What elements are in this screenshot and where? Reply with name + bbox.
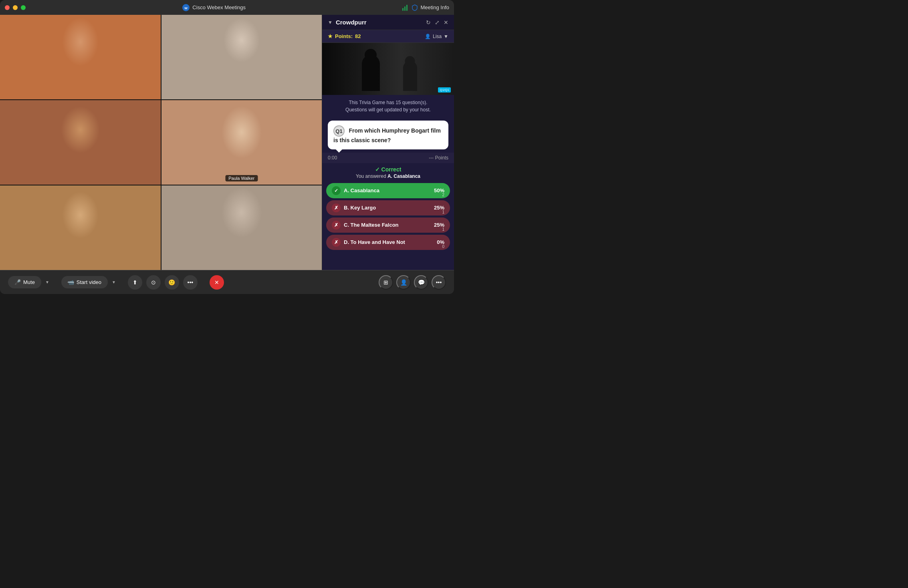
mute-icon: 🎤 — [14, 279, 21, 285]
meeting-info-button[interactable]: Meeting Info — [402, 4, 449, 11]
correct-section: Correct You answered A. Casablanca — [322, 163, 454, 181]
movie-scene: Q1/Q1 — [322, 43, 454, 95]
answer-count-c: 1 — [442, 227, 444, 232]
question-text: From which Humphrey Bogart film is this … — [333, 127, 441, 143]
end-call-icon: ✕ — [214, 279, 219, 286]
points-display: ★ Points: 82 — [328, 33, 361, 39]
app-title-group: W Cisco Webex Meetings — [182, 4, 246, 12]
more-button[interactable]: ••• — [183, 275, 198, 290]
maximize-button[interactable] — [21, 5, 26, 10]
signal-icon — [402, 4, 409, 11]
share-screen-button[interactable]: ⬆ — [128, 275, 142, 290]
answer-label-c: C. The Maltese Falcon — [344, 222, 434, 228]
correct-answer-text: You answered A. Casablanca — [328, 173, 448, 179]
grid-view-button[interactable]: ⊞ — [379, 275, 393, 290]
right-panel: ▼ Crowdpurr ↻ ⤢ ✕ ★ Points: 82 👤 Lisa — [322, 15, 454, 270]
answer-option-c[interactable]: ✗ C. The Maltese Falcon 25% 1 — [326, 217, 450, 233]
svg-rect-2 — [402, 8, 404, 11]
more-options-button[interactable]: ••• — [432, 275, 446, 290]
panel-header: ▼ Crowdpurr ↻ ⤢ ✕ — [322, 15, 454, 30]
record-icon: ⊙ — [151, 279, 156, 286]
emoji-icon: 🙂 — [168, 279, 175, 286]
meeting-info-label: Meeting Info — [420, 4, 449, 10]
start-video-label: Start video — [77, 279, 101, 285]
user-name: Lisa — [433, 34, 442, 39]
svg-rect-3 — [404, 6, 406, 11]
timer-row: 0:00 --- Points — [322, 153, 454, 163]
star-icon: ★ — [328, 33, 333, 39]
close-button[interactable] — [5, 5, 10, 10]
timer-display: 0:00 — [328, 155, 337, 161]
video-off-icon: 📹 — [68, 279, 74, 285]
points-row: ★ Points: 82 👤 Lisa ▼ — [322, 30, 454, 43]
game-info-text: This Trivia Game has 15 question(s).Ques… — [328, 99, 448, 113]
mute-button[interactable]: 🎤 Mute — [8, 276, 41, 288]
panel-title: Crowdpurr — [336, 19, 367, 26]
video-grid: Paula Walker — [0, 15, 322, 270]
grid-icon: ⊞ — [383, 279, 388, 286]
video-cell-4[interactable]: Paula Walker — [161, 100, 322, 185]
title-bar: W Cisco Webex Meetings Meeting Info — [0, 0, 454, 15]
movie-figure-left — [362, 55, 380, 91]
points-dashes: --- Points — [429, 155, 448, 161]
points-label: Points: — [335, 33, 353, 39]
svg-text:W: W — [185, 6, 188, 10]
participants-icon: 👤 — [400, 279, 407, 286]
video-cell-1[interactable] — [0, 15, 161, 99]
answer-option-b[interactable]: ✗ B. Key Largo 25% 1 — [326, 200, 450, 215]
mute-label: Mute — [23, 279, 35, 285]
video-dropdown-arrow[interactable]: ▼ — [112, 280, 116, 284]
video-cell-2[interactable] — [161, 15, 322, 99]
toolbar-right-buttons: ⊞ 👤 💬 ••• — [379, 275, 446, 290]
video-cell-6[interactable] — [161, 185, 322, 270]
webex-logo-icon: W — [182, 4, 190, 12]
popout-button[interactable]: ⤢ — [435, 19, 440, 26]
correct-label: Correct — [328, 166, 448, 173]
answer-count-d: 0 — [442, 244, 444, 249]
movie-figure-right — [403, 61, 417, 91]
more-options-icon: ••• — [436, 279, 442, 286]
video-cell-3[interactable] — [0, 100, 161, 185]
close-panel-button[interactable]: ✕ — [444, 19, 448, 26]
mute-dropdown-arrow[interactable]: ▼ — [45, 280, 49, 284]
share-icon: ⬆ — [133, 279, 137, 286]
panel-actions: ↻ ⤢ ✕ — [426, 19, 448, 26]
points-value: 82 — [355, 33, 361, 39]
movie-image: Q1/Q1 — [322, 43, 454, 95]
chat-icon: 💬 — [418, 279, 425, 286]
video-cell-5[interactable] — [0, 185, 161, 270]
user-icon: 👤 — [425, 34, 431, 39]
panel-content: ★ Points: 82 👤 Lisa ▼ Q1/Q1 — [322, 30, 454, 270]
end-call-button[interactable]: ✕ — [210, 275, 224, 290]
title-right-area: Meeting Info — [402, 4, 449, 11]
main-layout: Paula Walker ▼ Crowdpurr ↻ ⤢ ✕ — [0, 15, 454, 270]
more-icon: ••• — [188, 279, 194, 286]
collapse-icon[interactable]: ▼ — [328, 20, 333, 25]
app-title: Cisco Webex Meetings — [192, 4, 246, 10]
answer-option-a[interactable]: ✓ A. Casablanca 50% 2 — [326, 183, 450, 198]
minimize-button[interactable] — [13, 5, 18, 10]
movie-stamp: Q1/Q1 — [438, 87, 451, 93]
game-info-section: This Trivia Game has 15 question(s).Ques… — [322, 95, 454, 117]
reactions-button[interactable]: 🙂 — [165, 275, 179, 290]
answer-count-b: 1 — [442, 210, 444, 214]
answer-option-d[interactable]: ✗ D. To Have and Have Not 0% 0 — [326, 235, 450, 250]
shield-icon — [412, 4, 418, 11]
user-dropdown-icon[interactable]: ▼ — [444, 34, 448, 39]
chat-button[interactable]: 💬 — [414, 275, 428, 290]
svg-rect-4 — [406, 5, 408, 11]
answer-label-d: D. To Have and Have Not — [344, 239, 437, 245]
record-button[interactable]: ⊙ — [146, 275, 161, 290]
question-bubble: Q1 From which Humphrey Bogart film is th… — [328, 121, 448, 149]
participant-name: Paula Walker — [225, 175, 258, 181]
participants-button[interactable]: 👤 — [396, 275, 411, 290]
answer-correct-icon: ✓ — [332, 186, 341, 195]
answer-label-a: A. Casablanca — [344, 187, 434, 193]
traffic-lights — [5, 5, 26, 10]
start-video-button[interactable]: 📹 Start video — [61, 276, 108, 288]
refresh-button[interactable]: ↻ — [426, 19, 431, 26]
user-display: 👤 Lisa ▼ — [425, 34, 448, 39]
panel-title-group: ▼ Crowdpurr — [328, 19, 367, 26]
answer-wrong-icon-d: ✗ — [332, 238, 341, 247]
toolbar: 🎤 Mute ▼ 📹 Start video ▼ ⬆ ⊙ 🙂 ••• ✕ ⊞ 👤… — [0, 270, 454, 294]
